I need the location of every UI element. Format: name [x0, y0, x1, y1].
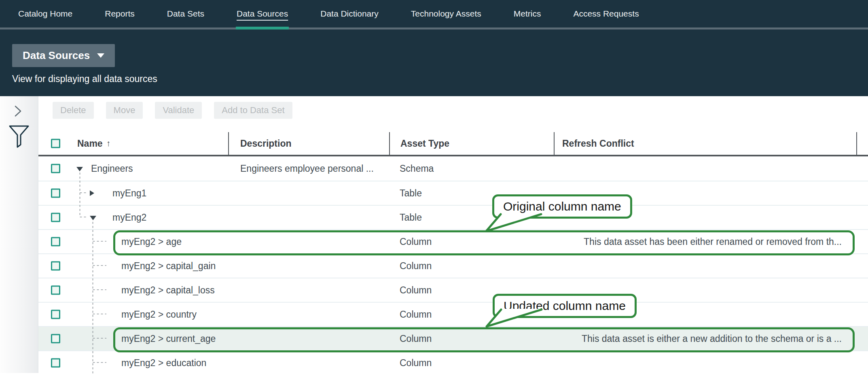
- name-cell: myEng1: [38, 181, 228, 205]
- table-row-engineers[interactable]: Engineers Engineers employee personal ..…: [38, 156, 868, 181]
- table-row-myeng1[interactable]: myEng1 Table: [38, 181, 868, 205]
- row-checkbox[interactable]: [51, 261, 60, 271]
- filter-icon[interactable]: [8, 124, 30, 149]
- row-checkbox[interactable]: [51, 189, 60, 198]
- table-row-myeng2-country[interactable]: myEng2 > country Column: [38, 302, 868, 326]
- expand-arrow-icon[interactable]: [90, 190, 94, 196]
- page-header: Data Sources View for displaying all dat…: [0, 29, 868, 96]
- name-cell: myEng2 > capital_gain: [38, 254, 228, 278]
- table-row-myeng2-capital-loss[interactable]: myEng2 > capital_loss Column: [38, 278, 868, 302]
- view-description: View for displaying all data sources: [12, 74, 868, 84]
- annotation-original-column-name: Original column name: [492, 194, 632, 219]
- column-header-refresh-conflict[interactable]: Refresh Conflict: [554, 132, 856, 155]
- main-area: Delete Move Validate Add to Data Set Nam…: [0, 96, 868, 373]
- table-row-myeng2-capital-gain[interactable]: myEng2 > capital_gain Column: [38, 253, 868, 278]
- data-sources-view: Delete Move Validate Add to Data Set Nam…: [38, 96, 868, 373]
- description-cell: [228, 327, 389, 350]
- chevron-down-icon: [97, 53, 104, 58]
- row-checkbox[interactable]: [51, 310, 60, 319]
- refresh-conflict-cell: [554, 156, 856, 181]
- description-cell: [228, 303, 389, 326]
- asset-type-cell: Column: [389, 230, 554, 253]
- column-header-description[interactable]: Description: [228, 132, 389, 155]
- name-cell: Engineers: [38, 156, 228, 181]
- table-header: Name ↑ Description Asset Type Refresh Co…: [38, 132, 868, 156]
- view-selector-label: Data Sources: [23, 49, 90, 62]
- nav-tab-access-requests[interactable]: Access Requests: [573, 0, 639, 27]
- description-cell: [228, 351, 389, 375]
- left-rail: [0, 96, 38, 373]
- row-checkbox[interactable]: [51, 286, 60, 295]
- validate-button[interactable]: Validate: [155, 102, 202, 119]
- column-header-name[interactable]: Name ↑: [38, 132, 228, 155]
- refresh-conflict-cell: This data asset is either a new addition…: [554, 327, 856, 350]
- nav-tab-metrics[interactable]: Metrics: [514, 0, 541, 27]
- view-selector-button[interactable]: Data Sources: [12, 44, 115, 67]
- asset-type-cell: Schema: [389, 156, 554, 181]
- top-navigation: Catalog Home Reports Data Sets Data Sour…: [0, 0, 868, 29]
- bulk-actions-toolbar: Delete Move Validate Add to Data Set: [53, 102, 868, 119]
- row-checkbox[interactable]: [51, 334, 60, 343]
- sort-ascending-icon: ↑: [106, 139, 111, 148]
- name-cell: myEng2 > capital_loss: [38, 278, 228, 302]
- table-body: Engineers Engineers employee personal ..…: [38, 156, 868, 375]
- add-to-data-set-button[interactable]: Add to Data Set: [214, 102, 292, 119]
- callout-tail: [485, 307, 546, 328]
- nav-tab-reports[interactable]: Reports: [105, 0, 135, 27]
- delete-button[interactable]: Delete: [53, 102, 94, 119]
- column-header-extra: [856, 132, 868, 155]
- description-cell: [228, 206, 389, 229]
- row-checkbox[interactable]: [51, 164, 60, 173]
- description-cell: [228, 278, 389, 302]
- nav-tab-technology-assets[interactable]: Technology Assets: [411, 0, 481, 27]
- table-row-myeng2-education[interactable]: myEng2 > education Column: [38, 350, 868, 375]
- refresh-conflict-cell: [554, 351, 856, 375]
- expand-panel-icon[interactable]: [14, 105, 23, 117]
- column-header-asset-type[interactable]: Asset Type: [389, 132, 554, 155]
- refresh-conflict-cell: This data asset has been either renamed …: [554, 230, 856, 253]
- nav-tab-catalog-home[interactable]: Catalog Home: [18, 0, 72, 27]
- row-checkbox[interactable]: [51, 237, 60, 246]
- description-cell: Engineers employee personal ...: [228, 156, 389, 181]
- asset-type-cell: Column: [389, 254, 554, 278]
- description-cell: [228, 181, 389, 205]
- name-cell: myEng2 > current_age: [38, 327, 228, 350]
- annotation-updated-column-name: Updated column name: [493, 294, 637, 318]
- description-cell: [228, 230, 389, 253]
- nav-tab-data-dictionary[interactable]: Data Dictionary: [320, 0, 379, 27]
- callout-tail: [485, 212, 545, 233]
- nav-tab-data-sources[interactable]: Data Sources: [237, 0, 288, 27]
- collapse-arrow-icon[interactable]: [76, 167, 83, 171]
- row-checkbox[interactable]: [51, 358, 60, 368]
- table-row-myeng2-age[interactable]: myEng2 > age Column This data asset has …: [38, 229, 868, 253]
- name-cell: myEng2 > education: [38, 351, 228, 375]
- asset-type-cell: Column: [389, 327, 554, 350]
- collapse-arrow-icon[interactable]: [90, 216, 96, 220]
- name-cell: myEng2 > country: [38, 303, 228, 326]
- asset-type-cell: Column: [389, 351, 554, 375]
- name-cell: myEng2: [38, 206, 228, 229]
- row-checkbox[interactable]: [51, 213, 60, 222]
- description-cell: [228, 254, 389, 278]
- move-button[interactable]: Move: [106, 102, 143, 119]
- select-all-checkbox[interactable]: [51, 139, 60, 148]
- name-cell: myEng2 > age: [38, 230, 228, 253]
- table-row-myeng2[interactable]: myEng2 Table: [38, 205, 868, 229]
- nav-tab-data-sets[interactable]: Data Sets: [167, 0, 204, 27]
- table-row-myeng2-current-age[interactable]: myEng2 > current_age Column This data as…: [38, 326, 868, 350]
- refresh-conflict-cell: [554, 254, 856, 278]
